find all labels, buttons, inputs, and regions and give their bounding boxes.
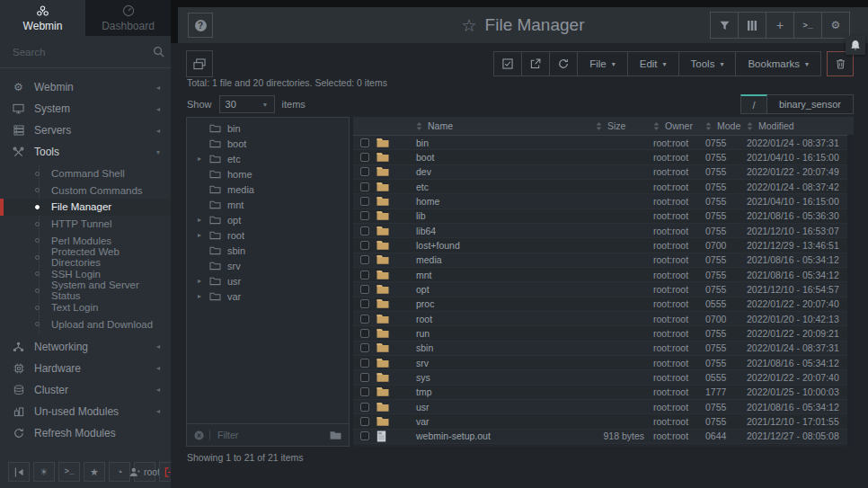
row-checkbox[interactable] [360, 403, 369, 412]
table-row[interactable]: etcroot:root07552022/01/24 - 08:37:42 [353, 180, 854, 194]
file-name[interactable]: sys [400, 372, 596, 383]
help-button[interactable]: ? [188, 13, 213, 38]
row-checkbox[interactable] [360, 182, 369, 191]
row-checkbox[interactable] [360, 431, 369, 440]
tab-webmin[interactable]: Webmin [0, 0, 85, 36]
collapse-sidebar-button[interactable] [8, 462, 30, 482]
user-button[interactable]: root [134, 462, 155, 482]
tree-item[interactable]: bin [187, 120, 349, 136]
table-row[interactable]: procroot:root05552022/01/22 - 20:07:40 [353, 297, 854, 312]
sidebar-item-upload-and-download[interactable]: Upload and Download [0, 315, 171, 333]
table-row[interactable]: runroot:root07552022/01/22 - 20:09:21 [353, 326, 854, 341]
file-name[interactable]: boot [400, 152, 596, 163]
sidebar-item-servers[interactable]: Servers◂ [0, 120, 171, 141]
file-name[interactable]: media [400, 254, 596, 265]
file-name[interactable]: mnt [400, 270, 596, 280]
tree-item[interactable]: ▸usr [187, 273, 349, 288]
file-name[interactable]: etc [400, 182, 596, 192]
tree-item[interactable]: home [187, 166, 349, 182]
current-path-button[interactable]: binary_sensor [767, 94, 854, 114]
file-name[interactable]: sbin [400, 342, 596, 353]
table-row[interactable]: lost+foundroot:root07002021/12/29 - 13:4… [353, 238, 854, 253]
tree-item[interactable]: boot [187, 136, 349, 151]
sidebar-item-file-manager[interactable]: File Manager [0, 199, 171, 216]
table-row[interactable]: bootroot:root07552021/04/10 - 16:15:00 [353, 150, 854, 164]
row-checkbox[interactable] [360, 359, 369, 368]
row-checkbox[interactable] [360, 343, 369, 352]
file-name[interactable]: tmp [400, 386, 596, 397]
column-header-size[interactable]: Size [596, 120, 653, 131]
column-header-name[interactable]: Name [400, 120, 596, 131]
table-row[interactable]: rootroot:root07002022/01/20 - 10:42:13 [353, 312, 854, 326]
table-row[interactable]: lib64root:root07552021/12/10 - 16:53:07 [353, 224, 854, 238]
file-name[interactable]: var [400, 416, 596, 427]
tree-item[interactable]: srv [187, 258, 349, 273]
file-name[interactable]: opt [400, 284, 596, 295]
sidebar-item-webmin[interactable]: ⚙Webmin◂ [0, 76, 171, 98]
sidebar-item-un-used-modules[interactable]: Un-used Modules◂ [0, 401, 171, 422]
bookmarks-menu-button[interactable]: Bookmarks▾ [735, 52, 820, 75]
file-name[interactable]: dev [400, 166, 596, 177]
delete-button[interactable] [827, 51, 854, 76]
language-button[interactable]: ◔ [109, 462, 130, 482]
table-row[interactable]: optroot:root07552021/12/10 - 16:54:57 [353, 282, 854, 297]
tab-dashboard[interactable]: Dashboard [85, 0, 171, 36]
expand-icon[interactable]: ▸ [196, 231, 203, 239]
expand-icon[interactable]: ▸ [196, 277, 203, 285]
table-row[interactable]: tmproot:root17772022/01/25 - 10:00:03 [353, 386, 854, 400]
favorite-star-icon[interactable]: ☆ [462, 15, 477, 36]
share-button[interactable] [521, 52, 549, 75]
sidebar-item-http-tunnel[interactable]: HTTP Tunnel [0, 216, 171, 233]
notifications-button[interactable] [846, 36, 865, 55]
row-checkbox[interactable] [360, 271, 369, 279]
row-checkbox[interactable] [360, 255, 369, 264]
sidebar-item-refresh-modules[interactable]: Refresh Modules [0, 422, 171, 444]
table-row[interactable]: usrroot:root07552021/08/16 - 05:34:12 [353, 400, 854, 414]
table-row[interactable]: sbinroot:root07552022/01/24 - 08:37:31 [353, 342, 854, 356]
theme-button[interactable]: ☀ [33, 462, 55, 482]
column-header-mode[interactable]: Mode [705, 120, 747, 131]
row-checkbox[interactable] [360, 315, 369, 324]
row-checkbox[interactable] [360, 211, 369, 220]
file-name[interactable]: lib64 [400, 226, 596, 236]
table-row[interactable]: devroot:root07552022/01/22 - 20:07:49 [353, 165, 854, 180]
file-name[interactable]: srv [400, 358, 596, 368]
row-checkbox[interactable] [360, 226, 369, 235]
row-checkbox[interactable] [360, 167, 369, 176]
sidebar-item-networking[interactable]: Networking◂ [0, 336, 171, 358]
table-row[interactable]: libroot:root07552021/08/16 - 05:36:30 [353, 209, 854, 224]
terminal-button[interactable]: >_ [58, 462, 80, 482]
tree-item[interactable]: sbin [187, 243, 349, 258]
root-path-button[interactable]: / [740, 94, 767, 114]
edit-menu-button[interactable]: Edit▾ [627, 52, 678, 75]
sidebar-item-tools[interactable]: Tools▾ [0, 141, 171, 163]
table-row[interactable]: mntroot:root07552021/08/16 - 05:34:12 [353, 268, 854, 282]
row-checkbox[interactable] [360, 285, 369, 294]
expand-icon[interactable]: ▸ [196, 155, 203, 163]
expand-icon[interactable]: ▸ [196, 292, 203, 300]
tree-item[interactable]: ▸opt [187, 212, 349, 227]
filter-button[interactable] [711, 13, 738, 38]
tree-item[interactable]: mnt [187, 197, 349, 212]
tree-item[interactable]: ▸var [187, 288, 349, 304]
settings-button[interactable]: ⚙ [821, 13, 849, 38]
file-name[interactable]: run [400, 328, 596, 339]
sidebar-item-system[interactable]: System◂ [0, 98, 171, 120]
columns-button[interactable] [738, 13, 766, 38]
row-checkbox[interactable] [360, 387, 369, 396]
file-name[interactable]: usr [400, 402, 596, 413]
file-name[interactable]: bin [400, 138, 596, 148]
search-input[interactable] [11, 46, 153, 58]
file-name[interactable]: lib [400, 210, 596, 221]
table-row[interactable]: varroot:root07552021/12/10 - 17:01:55 [353, 414, 854, 429]
column-header-modified[interactable]: Modified [747, 120, 847, 131]
row-checkbox[interactable] [360, 138, 369, 147]
tree-item[interactable]: ▸root [187, 227, 349, 243]
sidebar-item-custom-commands[interactable]: Custom Commands [0, 182, 171, 200]
table-row[interactable]: homeroot:root07552021/04/10 - 16:15:00 [353, 194, 854, 209]
file-menu-button[interactable]: File▾ [577, 52, 627, 75]
table-row[interactable]: webmin-setup.out918 bytesroot:root064420… [353, 430, 854, 444]
tree-item[interactable]: media [187, 182, 349, 197]
shell-button[interactable]: >_ [793, 13, 821, 38]
row-checkbox[interactable] [360, 417, 369, 426]
